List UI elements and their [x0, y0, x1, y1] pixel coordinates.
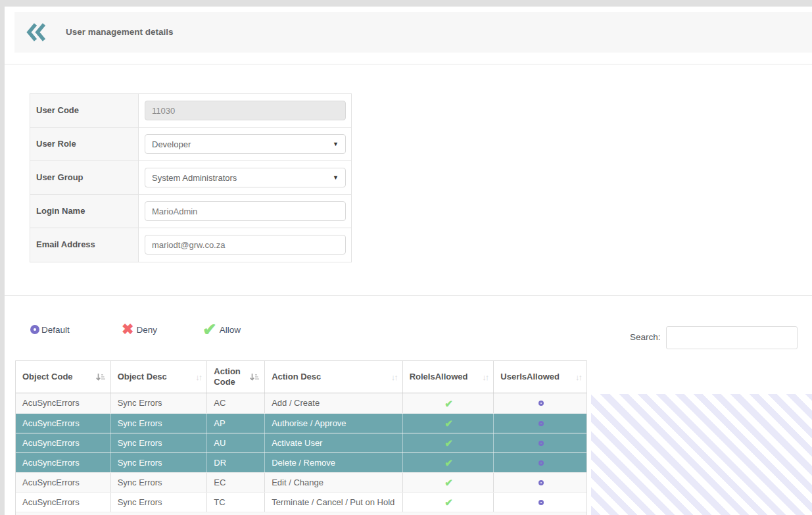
user-role-selected-value: Developer: [152, 139, 191, 149]
cell-object-code: AcuSyncErrors: [16, 433, 111, 453]
chevron-down-icon: ▼: [333, 174, 339, 181]
cell-object-desc: Sync Errors: [111, 473, 208, 492]
user-group-label: User Group: [30, 161, 139, 194]
cell-role-is-allowed: ✔: [403, 473, 494, 492]
cell-action-code: EC: [207, 473, 265, 492]
cell-role-is-allowed: ✔: [403, 453, 494, 472]
legend-allow-label: Allow: [220, 325, 241, 335]
allow-check-icon: ✔: [444, 458, 453, 468]
default-circle-icon: [538, 480, 544, 485]
column-header-label: Action Desc: [272, 372, 321, 382]
cell-role-is-allowed: ✔: [403, 393, 494, 413]
cell-object-desc: Sync Errors: [111, 453, 208, 472]
cell-role-is-allowed: ✔: [403, 493, 494, 512]
user-group-select[interactable]: System Administrators ▼: [145, 168, 346, 187]
column-header-label: Object Code: [22, 372, 73, 382]
form-row-email: Email Address: [30, 228, 351, 262]
table-row[interactable]: AcuSyncErrorsSync ErrorsDRDelete / Remov…: [16, 453, 586, 472]
cell-action-desc: Add / Create: [265, 393, 403, 413]
form-row-login-name: Login Name: [30, 195, 351, 228]
page-background-left-strip: [0, 0, 5, 515]
allow-check-icon: ✔: [444, 438, 453, 448]
cell-action-code: AC: [207, 393, 265, 413]
column-header-label: RoleIsAllowed: [410, 372, 468, 382]
sort-amount-icon: [95, 372, 105, 382]
login-name-field[interactable]: [145, 201, 346, 221]
column-header-label: UserIsAllowed: [500, 372, 560, 382]
double-chevron-left-icon: [25, 34, 49, 45]
table-row[interactable]: AcuSyncErrorsSync ErrorsAPAuthorise / Ap…: [16, 413, 586, 433]
cell-object-code: AcuSyncErrors: [16, 493, 111, 512]
header-bar: User management details: [14, 12, 812, 53]
form-row-user-code: User Code: [30, 94, 351, 128]
cell-object-desc: Sync Errors: [111, 414, 208, 433]
search-input[interactable]: [666, 326, 798, 349]
default-circle-icon: [538, 500, 544, 505]
cell-action-code: AU: [207, 433, 265, 453]
column-header-action-desc[interactable]: Action Desc↓↑: [265, 361, 403, 393]
cell-action-desc: Authorise / Approve: [265, 414, 403, 433]
diagonal-stripes-background: [591, 394, 812, 515]
cell-user-is-allowed: [494, 453, 586, 472]
sort-both-icon: ↓↑: [575, 372, 581, 382]
page-background-top-strip: [0, 0, 812, 7]
user-code-field: [145, 101, 346, 120]
user-role-select[interactable]: Developer ▼: [145, 134, 346, 154]
cell-user-is-allowed: [494, 493, 586, 512]
allow-check-icon: ✔: [444, 497, 453, 507]
default-circle-icon: [538, 460, 544, 466]
form-row-user-role: User Role Developer ▼: [30, 128, 351, 161]
table-header-row: Object CodeObject Desc↓↑Action CodeActio…: [16, 360, 586, 393]
email-address-label: Email Address: [30, 228, 139, 262]
default-circle-icon: [30, 325, 39, 334]
allow-check-icon: ✔: [203, 321, 217, 338]
column-header-label: Action Code: [214, 366, 249, 388]
column-header-user-is-allowed[interactable]: UserIsAllowed↓↑: [494, 361, 586, 393]
deny-cross-icon: ✖: [122, 322, 133, 337]
table-row[interactable]: AcuSyncErrorsSync ErrorsAUActivate User✔: [16, 433, 586, 453]
legend-default-label: Default: [41, 325, 70, 335]
form-row-user-group: User Group System Administrators ▼: [30, 161, 351, 195]
sort-both-icon: ↓↑: [482, 372, 488, 382]
cell-action-desc: Delete / Remove: [265, 453, 403, 472]
user-details-form: User Code User Role Developer ▼ User Gro…: [30, 93, 352, 262]
table-body: AcuSyncErrorsSync ErrorsACAdd / Create✔A…: [16, 393, 586, 515]
legend-allow: ✔ Allow: [203, 320, 241, 339]
table-row[interactable]: AcuSyncErrorsSync ErrorsECEdit / Change✔: [16, 472, 586, 492]
allow-check-icon: ✔: [444, 418, 453, 428]
cell-object-code: AcuSyncErrors: [16, 453, 111, 472]
column-header-role-is-allowed[interactable]: RoleIsAllowed↓↑: [403, 361, 494, 393]
legend-default: Default: [30, 320, 70, 339]
legend-deny-label: Deny: [136, 325, 157, 335]
table-row-partial[interactable]: [16, 512, 586, 515]
divider: [5, 64, 812, 64]
default-circle-icon: [538, 421, 544, 426]
column-header-label: Object Desc: [118, 372, 167, 382]
page: User management details User Code User R…: [0, 0, 812, 515]
email-address-field[interactable]: [145, 235, 346, 255]
table-row[interactable]: AcuSyncErrorsSync ErrorsACAdd / Create✔: [16, 393, 586, 413]
cell-object-desc: Sync Errors: [111, 433, 208, 453]
cell-object-desc: Sync Errors: [111, 493, 208, 512]
default-circle-icon: [538, 441, 544, 446]
cell-action-code: TC: [207, 493, 265, 512]
back-button[interactable]: [25, 21, 49, 43]
chevron-down-icon: ▼: [333, 141, 339, 147]
cell-action-desc: Activate User: [265, 433, 403, 453]
allow-check-icon: ✔: [444, 399, 453, 408]
cell-action-code: AP: [207, 414, 265, 433]
divider: [5, 295, 812, 296]
column-header-action-code[interactable]: Action Code: [207, 361, 265, 393]
column-header-object-desc[interactable]: Object Desc↓↑: [111, 361, 208, 393]
column-header-object-code[interactable]: Object Code: [16, 361, 111, 393]
default-circle-icon: [538, 401, 544, 406]
search-label: Search:: [630, 332, 661, 342]
cell-user-is-allowed: [494, 433, 586, 453]
user-group-selected-value: System Administrators: [152, 173, 237, 183]
table-row[interactable]: AcuSyncErrorsSync ErrorsTCTerminate / Ca…: [16, 492, 586, 512]
cell-action-desc: Edit / Change: [265, 473, 403, 492]
cell-action-code: DR: [207, 453, 265, 472]
cell-user-is-allowed: [494, 414, 586, 433]
cell-action-desc: Terminate / Cancel / Put on Hold: [265, 493, 403, 512]
cell-role-is-allowed: ✔: [403, 433, 494, 453]
